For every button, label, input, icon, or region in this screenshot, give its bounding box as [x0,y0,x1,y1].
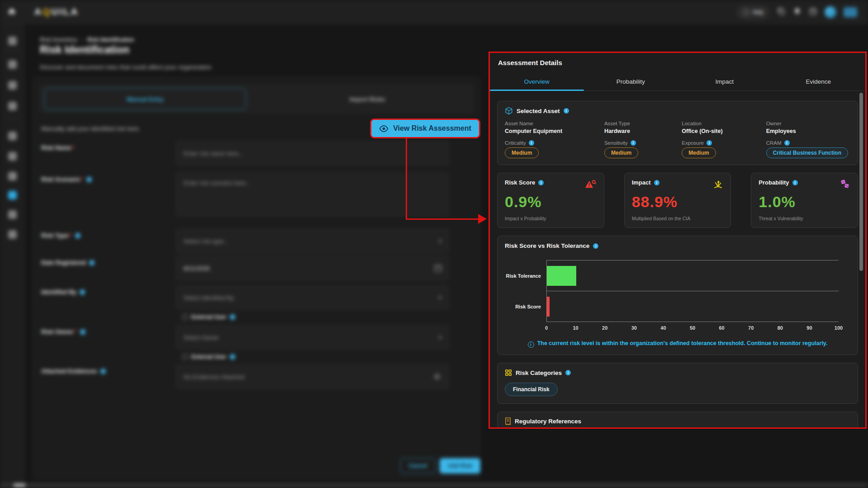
risk-type-select[interactable]: Select risk type...▾ [176,229,449,253]
financial-risk-tag[interactable]: Financial Risk [505,383,558,396]
risk-categories-card: Risk Categories i Financial Risk [497,363,858,404]
info-icon[interactable]: i [80,289,85,295]
risk-name-input[interactable]: Enter risk name here... [176,141,449,166]
panel-title: Assessment Details [498,59,857,66]
info-icon[interactable]: i [538,180,544,185]
selected-asset-card: Selected Asset i Asset NameComputer Equi… [497,101,858,165]
sidebar-item[interactable] [8,102,17,110]
info-icon[interactable]: i [75,233,81,238]
sidebar-item[interactable] [8,132,17,140]
info-icon[interactable]: i [565,370,571,375]
sidebar-item[interactable] [8,37,17,45]
impact-card: Impacti 88.9% Multiplied Based on the CI… [624,173,731,228]
page-subtitle: Discover and document risks that could a… [40,64,211,71]
x-tick-label: 30 [631,325,637,331]
info-icon[interactable]: i [86,177,92,182]
checkbox[interactable] [182,354,188,360]
dice-icon [840,179,850,190]
chevron-down-icon: ▾ [439,294,441,301]
info-icon[interactable]: i [89,260,95,265]
checkbox[interactable] [182,314,188,320]
info-icon[interactable]: i [564,108,569,114]
sidebar-item-active[interactable] [8,191,17,199]
asset-type-cell: Asset TypeHardware [604,121,682,134]
x-tick-label: 80 [778,325,783,331]
add-risk-button[interactable]: Add Risk [440,458,480,474]
tab-evidence[interactable]: Evidence [772,72,866,90]
copy-icon[interactable] [777,7,786,18]
info-icon[interactable]: i [80,329,85,335]
panel-scrollbar[interactable] [859,93,863,271]
tab-import-risks[interactable]: Import Risks [266,88,469,110]
attach-icon[interactable]: ➕ [433,373,441,381]
chevron-down-icon: ▾ [439,238,441,244]
info-icon[interactable]: i [529,140,534,146]
risk-warning-search-icon [584,179,597,190]
active-tab-underline [490,90,584,91]
attached-evidences-field[interactable]: No Evidences Attached➕ [176,365,449,389]
tab-impact[interactable]: Impact [678,72,772,90]
risk-owner-select[interactable]: Select Owner▾ [176,325,449,350]
impact-subtitle: Multiplied Based on the CIA [632,216,724,221]
risk-score-bar [547,297,550,317]
exposure-cell: ExposureiMedium [682,140,766,158]
tab-probability[interactable]: Probability [584,72,678,90]
attached-evidences-label: Attached Evidencesi [41,368,106,374]
view-risk-assessment-button[interactable]: View Risk Assessment [370,118,480,138]
info-icon[interactable]: i [784,140,790,146]
identified-by-select[interactable]: Select Identified By▾ [176,285,449,310]
info-icon[interactable]: i [792,180,798,185]
info-icon[interactable]: i [230,354,235,360]
sidebar-item[interactable] [8,152,17,161]
x-tick-label: 20 [602,325,607,331]
home-icon[interactable] [7,7,16,18]
criticality-badge: Medium [505,147,539,158]
info-icon[interactable]: i [631,140,636,146]
x-tick-label: 60 [719,325,724,331]
ylabel-risk-score: Risk Score [505,291,546,322]
tab-overview[interactable]: Overview [490,72,584,90]
info-icon[interactable]: i [707,140,712,146]
annotation-arrowhead-icon [478,214,487,224]
ylabel-risk-tolerance: Risk Tolerance [505,261,546,291]
asset-location-cell: LocationOffice (On-site) [682,121,766,134]
x-tick-label: 70 [748,325,754,331]
sidebar-item[interactable] [8,210,17,219]
apps-menu-icon[interactable] [844,7,857,17]
sidebar-item[interactable] [8,60,17,69]
cancel-button[interactable]: Cancel [400,458,436,474]
criticality-cell: CriticalityiMedium [505,140,604,158]
app-logo[interactable]: AQUILA [34,6,79,17]
date-registered-input[interactable]: 8/21/2025 [176,256,449,280]
calendar-icon[interactable] [809,7,817,18]
regulatory-references-title: Regulatory References [515,418,581,425]
info-outline-icon: i [528,341,534,348]
form-intro-text: Manually add your identified risk here. [41,125,140,132]
x-tick-label: 90 [806,325,812,331]
selected-asset-title: Selected Asset [517,108,560,114]
bell-icon[interactable] [793,7,802,18]
bar-chart: Risk Tolerance Risk Score 01020304050607… [505,260,850,333]
sidebar-item[interactable] [8,230,17,239]
identified-external-user-row: External Useri [182,314,235,320]
impact-burst-icon [713,179,723,190]
tab-manual-entry[interactable]: Manual Entry [44,88,246,110]
info-icon[interactable]: i [654,180,659,185]
info-icon[interactable]: i [593,243,598,249]
sidebar-item[interactable] [8,172,17,180]
info-icon[interactable]: i [100,369,106,374]
x-tick-label: 40 [660,325,666,331]
faq-button[interactable]: ? FAQ [736,5,769,19]
sidebar-item[interactable] [8,81,17,90]
risk-scenario-textarea[interactable]: Enter risk scenario here... [176,173,449,216]
app-root: AQUILA ? FAQ [0,0,868,488]
footer-item [14,483,25,487]
chart-title: Risk Score vs Risk Tolerance [505,242,589,249]
risk-categories-title: Risk Categories [516,370,562,376]
assessment-details-panel: Assessment Details Overview Probability … [489,52,867,429]
breadcrumb-risk-inventory[interactable]: Risk Inventory [40,37,77,43]
user-avatar[interactable] [825,6,836,18]
calendar-icon[interactable] [435,265,441,272]
exposure-badge: Medium [682,147,716,158]
info-icon[interactable]: i [230,314,235,320]
